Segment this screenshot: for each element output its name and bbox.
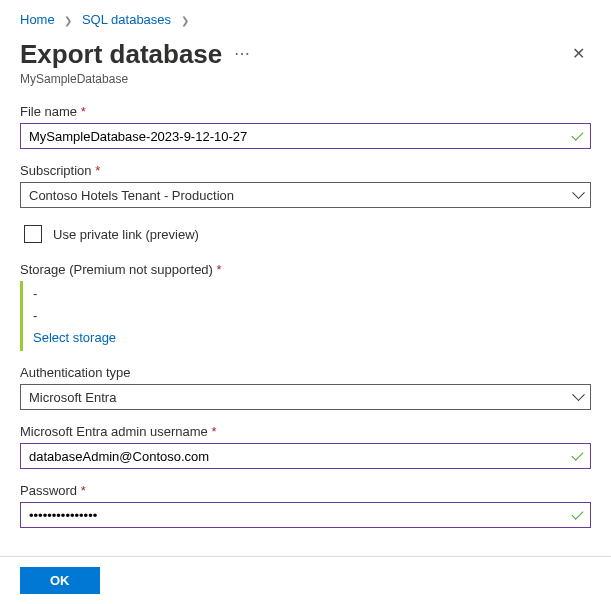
password-label: Password * [20,483,591,498]
close-icon[interactable]: ✕ [566,38,591,69]
page-subtitle: MySampleDatabase [20,72,591,86]
authtype-select[interactable]: Microsoft Entra [20,384,591,410]
filename-label: File name * [20,104,591,119]
breadcrumb-sql-databases[interactable]: SQL databases [82,12,171,27]
breadcrumb: Home ❯ SQL databases ❯ [20,12,591,27]
private-link-checkbox[interactable] [24,225,42,243]
private-link-label: Use private link (preview) [53,227,199,242]
more-icon[interactable]: ⋯ [234,44,252,63]
ok-button[interactable]: OK [20,567,100,594]
chevron-right-icon: ❯ [181,15,189,26]
filename-input[interactable] [20,123,591,149]
password-input[interactable] [20,502,591,528]
page-title: Export database [20,39,222,70]
chevron-right-icon: ❯ [64,15,72,26]
subscription-select[interactable]: Contoso Hotels Tenant - Production [20,182,591,208]
storage-line2: - [33,305,591,327]
storage-box: - - Select storage [20,281,591,351]
subscription-label: Subscription * [20,163,591,178]
authtype-label: Authentication type [20,365,591,380]
footer: OK [0,556,611,604]
breadcrumb-home[interactable]: Home [20,12,55,27]
storage-line1: - [33,283,591,305]
storage-label: Storage (Premium not supported) * [20,262,591,277]
username-label: Microsoft Entra admin username * [20,424,591,439]
select-storage-link[interactable]: Select storage [33,327,591,349]
username-input[interactable] [20,443,591,469]
